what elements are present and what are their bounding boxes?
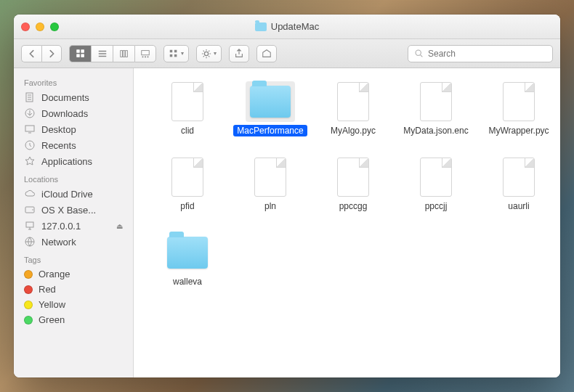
file-item[interactable]: ppccgg [314, 157, 392, 212]
file-item[interactable]: MyData.json.enc [397, 81, 475, 136]
svg-rect-10 [147, 56, 149, 57]
nav-buttons [21, 45, 62, 62]
file-icon [171, 158, 203, 197]
file-grid: clidMacPerformanceMyAlgo.pycMyData.json.… [148, 81, 546, 287]
sidebar-item-label: Desktop [41, 124, 76, 135]
file-content-area[interactable]: clidMacPerformanceMyAlgo.pycMyData.json.… [134, 68, 560, 377]
icon-wrap [246, 157, 295, 197]
file-name: MyAlgo.pyc [327, 125, 379, 136]
sidebar-item-osxbase[interactable]: OS X Base... [14, 202, 133, 218]
sidebar-item-label: Downloads [41, 108, 88, 119]
sidebar-header-tags: Tags [14, 250, 133, 266]
sidebar-item-downloads[interactable]: Downloads [14, 105, 133, 121]
svg-rect-19 [25, 126, 34, 131]
desktop-icon [24, 123, 36, 135]
sidebar-item-label: iCloud Drive [41, 189, 93, 200]
svg-point-15 [204, 52, 208, 55]
sidebar-item-label: Yellow [39, 299, 65, 310]
file-name: walleva [169, 276, 206, 287]
gear-icon [201, 49, 211, 59]
minimize-button[interactable] [36, 23, 44, 31]
sidebar-item-127001[interactable]: 127.0.0.1 ⏏ [14, 218, 133, 234]
svg-rect-4 [120, 50, 122, 57]
tags-button[interactable] [256, 45, 277, 62]
close-button[interactable] [21, 23, 30, 31]
list-view-button[interactable] [91, 45, 113, 62]
toolbar: ▾ ▾ [14, 39, 560, 68]
gallery-icon [140, 49, 150, 59]
action-button[interactable]: ▾ [196, 45, 222, 62]
file-item[interactable]: MyWrapper.pyc [480, 81, 558, 136]
titlebar[interactable]: UpdateMac [14, 15, 560, 39]
sidebar: Favorites Documents Downloads Desktop Re… [14, 68, 134, 377]
file-name: MyData.json.enc [400, 125, 472, 136]
zoom-button[interactable] [50, 23, 59, 31]
sidebar-item-icloud[interactable]: iCloud Drive [14, 186, 133, 202]
file-name: uaurli [504, 200, 533, 212]
sidebar-tag-red[interactable]: Red [14, 282, 133, 297]
svg-rect-9 [145, 56, 146, 57]
sidebar-item-desktop[interactable]: Desktop [14, 121, 133, 137]
search-field[interactable] [408, 45, 553, 62]
file-item[interactable]: pln [231, 157, 310, 212]
svg-rect-1 [81, 49, 84, 52]
group-by-button[interactable]: ▾ [163, 45, 189, 62]
file-item[interactable]: clid [148, 81, 227, 136]
svg-rect-8 [142, 56, 144, 57]
file-item[interactable]: uaurli [480, 157, 558, 212]
sidebar-item-documents[interactable]: Documents [14, 89, 133, 105]
sidebar-item-label: Documents [41, 92, 89, 103]
sidebar-tag-green[interactable]: Green [14, 312, 133, 327]
title-text: UpdateMac [271, 21, 319, 32]
folder-icon [255, 23, 267, 31]
grid-icon [76, 49, 86, 59]
column-view-button[interactable] [113, 45, 134, 62]
sidebar-item-label: OS X Base... [41, 205, 96, 216]
icon-wrap [163, 157, 212, 197]
sidebar-item-label: Orange [39, 269, 70, 279]
sidebar-item-network[interactable]: Network [14, 234, 133, 250]
file-item[interactable]: MyAlgo.pyc [314, 81, 392, 136]
back-button[interactable] [21, 45, 41, 62]
columns-icon [119, 49, 129, 59]
forward-button[interactable] [41, 45, 62, 62]
sidebar-item-label: Network [41, 237, 76, 248]
sidebar-tag-yellow[interactable]: Yellow [14, 297, 133, 312]
file-name: pfid [177, 200, 198, 212]
share-button[interactable] [229, 45, 249, 62]
file-name: pln [261, 200, 280, 212]
sidebar-header-locations: Locations [14, 169, 133, 186]
file-item[interactable]: ppccjj [397, 157, 475, 212]
svg-rect-3 [81, 54, 84, 57]
gallery-view-button[interactable] [134, 45, 156, 62]
sidebar-item-label: Applications [41, 156, 92, 167]
icon-view-button[interactable] [69, 45, 91, 62]
tag-dot-icon [24, 270, 33, 279]
icon-wrap [246, 81, 295, 122]
file-item[interactable]: pfid [148, 157, 227, 212]
file-icon [420, 82, 452, 121]
file-item[interactable]: walleva [148, 232, 227, 287]
tag-dot-icon [24, 285, 33, 294]
eject-icon[interactable]: ⏏ [116, 222, 123, 230]
svg-rect-2 [76, 54, 79, 57]
icon-wrap [411, 81, 461, 122]
sidebar-header-favorites: Favorites [14, 73, 133, 89]
svg-rect-23 [26, 222, 33, 227]
file-item[interactable]: MacPerformance [231, 81, 310, 136]
sidebar-tag-orange[interactable]: Orange [14, 266, 133, 282]
file-name: ppccgg [336, 200, 371, 212]
window-controls [21, 23, 59, 31]
sidebar-item-recents[interactable]: Recents [14, 137, 133, 153]
file-icon [254, 158, 286, 197]
file-icon [171, 82, 203, 121]
icon-wrap [494, 157, 543, 197]
search-input[interactable] [428, 49, 546, 59]
folder-icon [167, 237, 208, 269]
svg-rect-14 [174, 54, 177, 57]
chevron-down-icon: ▾ [214, 50, 217, 57]
window-title: UpdateMac [14, 21, 560, 32]
file-name: MacPerformance [233, 125, 307, 136]
svg-point-22 [32, 209, 33, 211]
sidebar-item-applications[interactable]: Applications [14, 153, 133, 169]
